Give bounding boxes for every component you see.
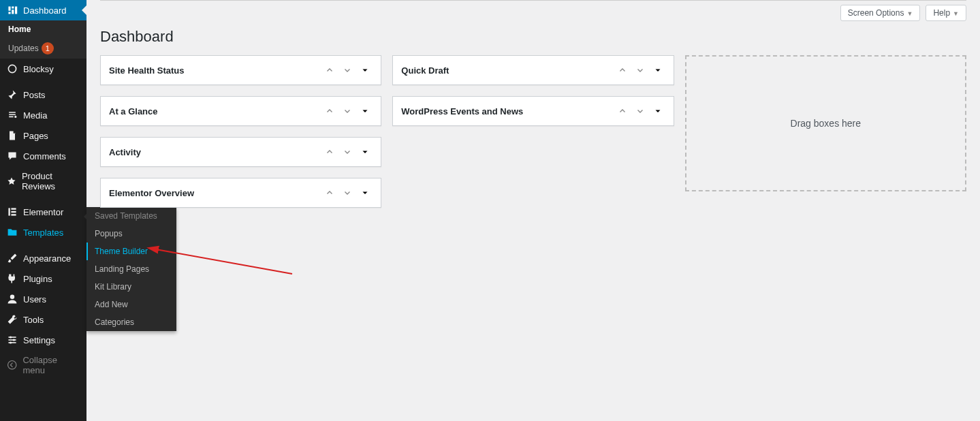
wrench-icon <box>7 314 18 325</box>
sidebar-item-label: Appearance <box>23 253 71 264</box>
postbox-title: Site Health Status <box>109 65 185 76</box>
sidebar-item-label: Plugins <box>23 274 52 284</box>
page-icon <box>7 130 18 141</box>
move-up-button[interactable] <box>322 63 337 78</box>
postbox-wordpress-events-and-news: WordPress Events and News <box>392 96 674 126</box>
postbox-at-a-glance: At a Glance <box>100 96 381 126</box>
toggle-button[interactable] <box>358 185 373 200</box>
move-down-button[interactable] <box>340 144 355 159</box>
admin-sidebar: DashboardHomeUpdates1BlocksyPostsMediaPa… <box>0 0 86 421</box>
svg-point-10 <box>10 336 12 338</box>
sidebar-item-tools[interactable]: Tools <box>0 309 86 330</box>
postbox-controls <box>615 104 665 119</box>
top-toolbar: Screen Options▼ Help▼ <box>100 0 966 25</box>
move-down-button[interactable] <box>340 104 355 119</box>
blocksy-icon <box>7 63 18 74</box>
sidebar-item-label: Collapse menu <box>22 355 80 375</box>
move-down-button[interactable] <box>340 63 355 78</box>
sidebar-sub-item[interactable]: Home <box>0 20 86 38</box>
postbox-header: Activity <box>101 138 381 166</box>
sidebar-item-blocksy[interactable]: Blocksy <box>0 59 86 79</box>
svg-rect-5 <box>11 214 16 215</box>
dashboard-columns: Site Health StatusAt a GlanceActivityEle… <box>100 55 966 208</box>
drop-zone[interactable]: Drag boxes here <box>685 55 966 191</box>
move-down-button[interactable] <box>340 185 355 200</box>
sidebar-item-dashboard[interactable]: Dashboard <box>0 0 86 20</box>
dropzone-label: Drag boxes here <box>791 118 862 129</box>
sidebar-item-product-reviews[interactable]: Product Reviews <box>0 166 86 196</box>
sidebar-item-collapse-menu[interactable]: Collapse menu <box>0 350 86 380</box>
move-down-button[interactable] <box>633 63 648 78</box>
postbox-title: At a Glance <box>109 106 158 116</box>
sidebar-item-appearance[interactable]: Appearance <box>0 248 86 268</box>
postbox-controls <box>615 63 665 78</box>
screen-options-button[interactable]: Screen Options▼ <box>840 5 921 21</box>
postbox-controls <box>322 63 373 78</box>
sidebar-item-templates[interactable]: Templates <box>0 222 86 243</box>
postbox-title: Activity <box>109 147 141 157</box>
settings-icon <box>7 334 18 345</box>
postbox-elementor-overview: Elementor Overview <box>100 178 381 208</box>
column-2: Quick DraftWordPress Events and News <box>392 55 674 208</box>
postbox-header: Quick Draft <box>393 56 673 84</box>
sidebar-item-label: Comments <box>23 151 66 161</box>
plug-icon <box>7 273 18 284</box>
sidebar-item-posts[interactable]: Posts <box>0 84 86 105</box>
toggle-button[interactable] <box>650 104 665 119</box>
postbox-controls <box>322 144 373 159</box>
column-3: Drag boxes here <box>685 55 966 208</box>
sidebar-item-users[interactable]: Users <box>0 289 86 309</box>
pin-icon <box>7 89 18 100</box>
svg-point-12 <box>10 341 12 343</box>
sidebar-item-label: Product Reviews <box>22 171 80 191</box>
move-up-button[interactable] <box>615 104 630 119</box>
sidebar-item-media[interactable]: Media <box>0 105 86 125</box>
sidebar-item-label: Elementor <box>23 207 63 217</box>
media-icon <box>7 110 18 121</box>
toggle-button[interactable] <box>358 104 373 119</box>
toggle-button[interactable] <box>358 144 373 159</box>
postbox-header: Site Health Status <box>101 56 381 84</box>
postbox-activity: Activity <box>100 137 381 167</box>
update-badge: 1 <box>42 42 54 54</box>
comment-icon <box>7 151 18 161</box>
sidebar-sub-item[interactable]: Updates1 <box>0 38 86 59</box>
toggle-button[interactable] <box>650 63 665 78</box>
sidebar-item-label: Pages <box>23 131 48 141</box>
sidebar-item-label: Templates <box>23 228 63 238</box>
postbox-header: WordPress Events and News <box>393 97 673 125</box>
star-icon <box>7 176 16 187</box>
sidebar-item-settings[interactable]: Settings <box>0 330 86 350</box>
postbox-title: Quick Draft <box>401 65 449 76</box>
svg-point-11 <box>13 339 15 341</box>
sidebar-item-label: Settings <box>23 335 55 345</box>
move-up-button[interactable] <box>322 144 337 159</box>
sidebar-item-pages[interactable]: Pages <box>0 125 86 146</box>
postbox-header: Elementor Overview <box>101 178 381 207</box>
sidebar-item-label: Blocksy <box>23 64 54 74</box>
help-button[interactable]: Help▼ <box>926 5 966 21</box>
dashboard-icon <box>7 5 18 16</box>
sidebar-item-label: Posts <box>23 90 46 100</box>
collapse-icon <box>7 360 17 371</box>
postbox-header: At a Glance <box>101 97 381 125</box>
svg-rect-2 <box>8 208 10 215</box>
toggle-button[interactable] <box>358 63 373 78</box>
sidebar-item-plugins[interactable]: Plugins <box>0 268 86 289</box>
sidebar-item-elementor[interactable]: Elementor <box>0 202 86 222</box>
postbox-controls <box>322 185 373 200</box>
move-up-button[interactable] <box>322 104 337 119</box>
move-up-button[interactable] <box>322 185 337 200</box>
elementor-icon <box>7 206 18 217</box>
sidebar-item-comments[interactable]: Comments <box>0 146 86 166</box>
move-down-button[interactable] <box>633 104 648 119</box>
user-icon <box>7 294 18 305</box>
postbox-site-health-status: Site Health Status <box>100 55 381 85</box>
help-label: Help <box>933 8 950 18</box>
sidebar-item-label: Users <box>23 294 46 305</box>
screen-options-label: Screen Options <box>848 8 904 18</box>
sidebar-item-label: Media <box>23 110 47 121</box>
move-up-button[interactable] <box>615 63 630 78</box>
svg-rect-4 <box>11 211 16 213</box>
postbox-controls <box>322 104 373 119</box>
